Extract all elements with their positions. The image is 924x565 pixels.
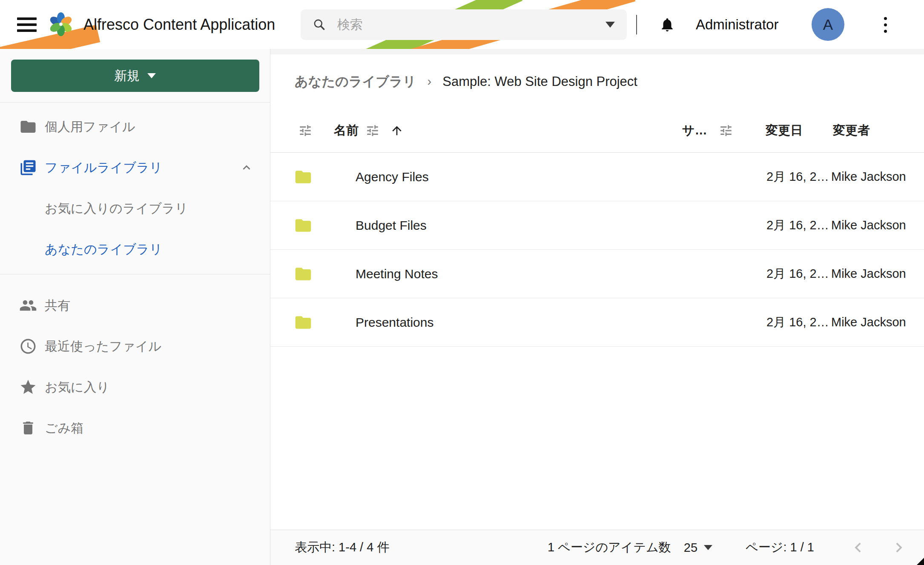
search-options-caret-icon[interactable] [605,22,615,28]
items-per-page-value: 25 [684,541,697,555]
row-name: Presentations [356,315,433,330]
kebab-menu-icon[interactable] [882,15,889,34]
row-modified-date: 2月 16, 2… [766,168,831,185]
column-adjust-icon[interactable] [719,123,766,138]
corner-decoration [917,558,924,565]
sidebar-nav-secondary: 共有 最近使ったファイル お気に入り [0,274,270,448]
sidebar-item-label: ファイルライブラリ [45,159,162,177]
new-button-label: 新規 [114,67,140,85]
people-icon [19,297,37,314]
next-page-button[interactable] [889,538,909,557]
breadcrumb-parent-link[interactable]: あなたのライブラリ [295,73,416,91]
column-adjust-icon[interactable] [365,123,380,138]
chevron-up-icon[interactable] [239,160,254,175]
sidebar-item-label: お気に入り [45,379,109,396]
sidebar-item-label: 個人用ファイル [45,118,135,136]
sidebar: 新規 個人用ファイル ファイルライブラリ [0,49,270,565]
new-button[interactable]: 新規 [11,60,259,92]
table-row[interactable]: Agency Files 2月 16, 2… Mike Jackson [270,153,924,201]
row-modified-date: 2月 16, 2… [766,265,831,282]
column-header-name[interactable]: 名前 [334,122,359,139]
row-modified-date: 2月 16, 2… [766,314,831,331]
row-name: Agency Files [356,170,429,184]
star-icon [19,378,37,396]
pagination-footer: 表示中: 1-4 / 4 件 1 ページのアイテム数 25 ページ: 1 / 1 [270,530,924,565]
folder-icon [294,168,313,186]
items-per-page-selector[interactable]: 25 [684,541,712,555]
column-header-modified-by[interactable]: 変更者 [833,122,905,139]
row-modified-by: Mike Jackson [831,315,905,329]
alfresco-logo [48,11,74,39]
sidebar-item-favorites[interactable]: お気に入り [0,367,270,408]
breadcrumb-current: Sample: Web Site Design Project [442,74,637,89]
chevron-right-icon: › [428,74,432,88]
table-row[interactable]: Meeting Notes 2月 16, 2… Mike Jackson [270,250,924,298]
folder-icon [294,265,313,283]
alfresco-content-application: Alfresco Content Application Administrat… [0,0,924,565]
items-per-page-label: 1 ページのアイテム数 [548,539,671,556]
row-modified-by: Mike Jackson [831,267,905,281]
clock-icon [19,337,37,355]
sidebar-nav: 個人用ファイル ファイルライブラリ お気に入りのライブラリ あなたのライブラリ [0,103,270,270]
sidebar-item-recent-files[interactable]: 最近使ったファイル [0,326,270,367]
sidebar-item-label: お気に入りのライブラリ [45,200,188,217]
row-name: Meeting Notes [356,267,438,281]
sidebar-item-label: 共有 [45,297,70,314]
table-header-row: 名前 サ… 変更日 変更者 [270,108,924,153]
header-divider [636,15,637,34]
breadcrumb: あなたのライブラリ › Sample: Web Site Design Proj… [270,54,924,108]
table-row[interactable]: Budget Files 2月 16, 2… Mike Jackson [270,201,924,250]
top-header-bar: Alfresco Content Application Administrat… [0,0,924,49]
sidebar-item-label: あなたのライブラリ [45,241,162,258]
document-list-panel: あなたのライブラリ › Sample: Web Site Design Proj… [270,49,924,565]
folder-icon [294,313,313,332]
sidebar-item-shared[interactable]: 共有 [0,285,270,326]
sidebar-item-file-libraries[interactable]: ファイルライブラリ [0,147,270,188]
sidebar-item-trash[interactable]: ごみ箱 [0,408,270,448]
sidebar-item-my-libraries[interactable]: あなたのライブラリ [0,229,270,270]
row-modified-by: Mike Jackson [831,218,905,232]
showing-range-label: 表示中: 1-4 / 4 件 [295,539,389,556]
table-row[interactable]: Presentations 2月 16, 2… Mike Jackson [270,298,924,347]
sort-ascending-arrow-icon[interactable] [390,124,404,137]
column-header-size[interactable]: サ… [682,122,719,139]
user-menu[interactable]: Administrator [696,17,778,33]
row-name: Budget Files [356,218,427,233]
search-input[interactable] [337,17,605,32]
caret-down-icon [147,73,156,78]
avatar[interactable]: A [812,8,844,41]
folder-icon [19,118,37,136]
caret-down-icon [704,545,712,550]
page-indicator: ページ: 1 / 1 [746,539,814,556]
previous-page-button[interactable] [848,538,868,557]
notifications-bell-icon[interactable] [659,17,675,34]
hamburger-menu-icon[interactable] [17,17,37,32]
row-modified-by: Mike Jackson [831,170,905,184]
search-box [301,9,627,40]
sidebar-item-label: ごみ箱 [45,419,83,437]
row-modified-date: 2月 16, 2… [766,217,831,234]
folder-icon [294,216,313,235]
library-books-icon [19,159,37,177]
sidebar-item-personal-files[interactable]: 個人用ファイル [0,106,270,147]
column-header-modified[interactable]: 変更日 [766,122,833,139]
empty-list-area [270,347,924,530]
sidebar-item-favorite-libraries[interactable]: お気に入りのライブラリ [0,188,270,229]
search-icon [313,18,326,31]
sidebar-item-label: 最近使ったファイル [45,338,161,355]
column-adjust-icon[interactable] [298,123,313,138]
content-top-strip [270,49,924,54]
app-title: Alfresco Content Application [83,16,275,34]
trash-icon [19,419,37,437]
